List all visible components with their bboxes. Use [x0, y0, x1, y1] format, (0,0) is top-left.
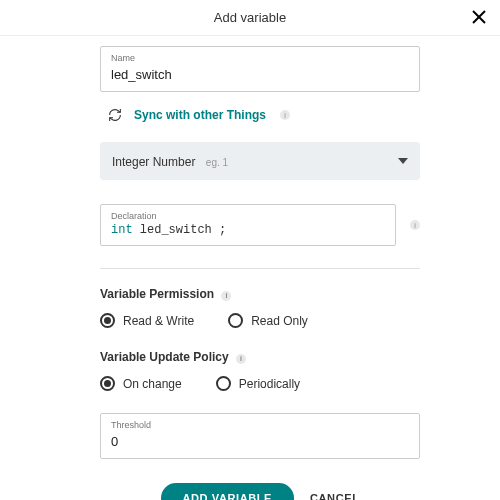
type-hint: eg. 1	[206, 157, 228, 168]
svg-marker-2	[398, 158, 408, 164]
threshold-input[interactable]	[111, 434, 409, 449]
close-icon[interactable]	[470, 8, 488, 26]
add-variable-button[interactable]: ADD VARIABLE	[161, 483, 295, 500]
divider	[100, 268, 420, 269]
name-field[interactable]: Name	[100, 46, 420, 92]
info-icon[interactable]: i	[280, 110, 290, 120]
permission-read-only[interactable]: Read Only	[228, 313, 308, 328]
policy-on-change[interactable]: On change	[100, 376, 182, 391]
permission-title: Variable Permission i	[100, 287, 420, 301]
policy-radios: On change Periodically	[100, 376, 420, 391]
radio-icon	[228, 313, 243, 328]
policy-title: Variable Update Policy i	[100, 350, 420, 364]
declaration-label: Declaration	[111, 211, 385, 221]
cancel-button[interactable]: CANCEL	[310, 492, 359, 500]
chevron-down-icon	[398, 152, 408, 170]
info-icon[interactable]: i	[221, 291, 231, 301]
sync-icon	[106, 106, 124, 124]
dialog-title: Add variable	[214, 10, 286, 25]
radio-icon	[100, 376, 115, 391]
threshold-field[interactable]: Threshold	[100, 413, 420, 459]
name-label: Name	[111, 53, 409, 63]
threshold-label: Threshold	[111, 420, 409, 430]
dialog-scroll[interactable]: Name Sync with other Things i Integer Nu…	[0, 36, 500, 500]
radio-icon	[100, 313, 115, 328]
permission-read-write[interactable]: Read & Write	[100, 313, 194, 328]
type-value: Integer Number	[112, 155, 195, 169]
radio-icon	[216, 376, 231, 391]
dialog-footer: ADD VARIABLE CANCEL	[100, 483, 420, 500]
sync-link[interactable]: Sync with other Things	[134, 108, 266, 122]
info-icon[interactable]: i	[236, 354, 246, 364]
dialog-titlebar: Add variable	[0, 0, 500, 36]
type-select[interactable]: Integer Number eg. 1	[100, 142, 420, 180]
declaration-code: int led_switch ;	[111, 223, 385, 237]
permission-radios: Read & Write Read Only	[100, 313, 420, 328]
name-input[interactable]	[111, 67, 409, 82]
info-icon[interactable]: i	[410, 220, 420, 230]
policy-periodically[interactable]: Periodically	[216, 376, 300, 391]
declaration-box: Declaration int led_switch ;	[100, 204, 396, 246]
